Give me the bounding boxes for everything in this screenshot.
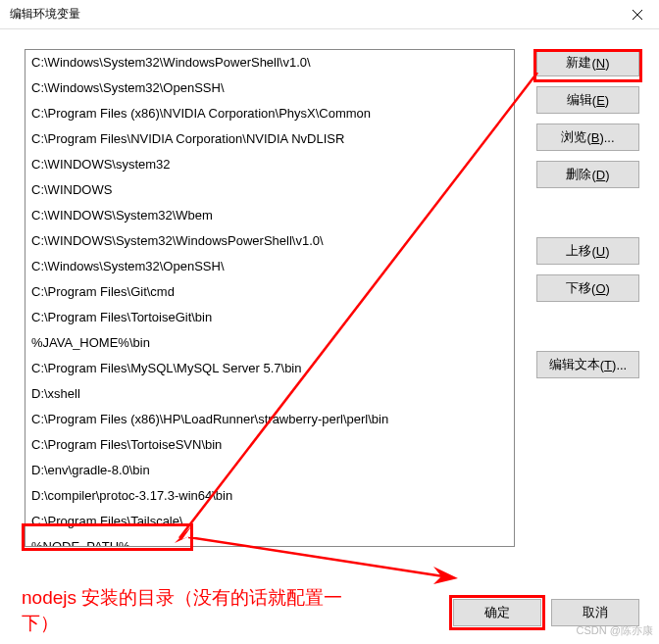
close-button[interactable] — [615, 0, 659, 29]
path-entry[interactable]: C:\Program Files (x86)\HP\LoadRunner\str… — [25, 407, 514, 432]
path-entry[interactable]: C:\Program Files\Tailscale\ — [25, 509, 514, 534]
path-entry[interactable]: C:\Program Files (x86)\NVIDIA Corporatio… — [25, 101, 514, 126]
ok-button[interactable]: 确定 — [453, 599, 541, 626]
path-entry[interactable]: C:\WINDOWS — [25, 177, 514, 203]
path-entry[interactable]: C:\WINDOWS\System32\WindowsPowerShell\v1… — [25, 228, 514, 254]
window-title: 编辑环境变量 — [10, 6, 80, 23]
annotation-text: nodejs 安装的目录（没有的话就配置一下） — [22, 585, 355, 636]
path-entry[interactable]: %JAVA_HOME%\bin — [25, 330, 514, 356]
moveup-button[interactable]: 上移(U) — [536, 237, 639, 265]
svg-marker-5 — [433, 567, 458, 584]
path-entry[interactable]: C:\Program Files\TortoiseGit\bin — [25, 305, 514, 330]
close-icon — [633, 10, 642, 20]
edittext-button[interactable]: 编辑文本(T)... — [536, 351, 639, 378]
path-entry[interactable]: C:\Windows\System32\WindowsPowerShell\v1… — [25, 50, 514, 75]
path-entry[interactable]: C:\WINDOWS\system32 — [25, 152, 514, 177]
path-entry[interactable]: C:\Program Files\TortoiseSVN\bin — [25, 432, 514, 458]
sidebar-buttons: 新建(N) 编辑(E) 浏览(B)... 删除(D) 上移(U) 下移(O) 编… — [536, 49, 639, 378]
titlebar: 编辑环境变量 — [0, 0, 659, 29]
path-entry[interactable]: %NODE_PATH% — [25, 534, 514, 547]
watermark: CSDN @陈亦康 — [577, 623, 653, 638]
path-entry[interactable]: D:\compiler\protoc-3.17.3-win64\bin — [25, 483, 514, 509]
path-entry[interactable]: C:\Program Files\MySQL\MySQL Server 5.7\… — [25, 356, 514, 381]
movedown-button[interactable]: 下移(O) — [536, 274, 639, 302]
path-entry[interactable]: C:\Program Files\NVIDIA Corporation\NVID… — [25, 126, 514, 152]
path-entry[interactable]: D:\xshell — [25, 381, 514, 407]
edit-button[interactable]: 编辑(E) — [536, 86, 639, 114]
browse-button[interactable]: 浏览(B)... — [536, 124, 639, 151]
path-listbox[interactable]: C:\Windows\System32\WindowsPowerShell\v1… — [25, 49, 515, 547]
new-button[interactable]: 新建(N) — [536, 49, 639, 76]
path-entry[interactable]: C:\WINDOWS\System32\Wbem — [25, 203, 514, 228]
path-entry[interactable]: C:\Windows\System32\OpenSSH\ — [25, 75, 514, 101]
path-entry[interactable]: D:\env\gradle-8.0\bin — [25, 458, 514, 483]
dialog-buttons: 确定 取消 — [453, 599, 639, 626]
path-entry[interactable]: C:\Windows\System32\OpenSSH\ — [25, 254, 514, 279]
path-entry[interactable]: C:\Program Files\Git\cmd — [25, 279, 514, 305]
delete-button[interactable]: 删除(D) — [536, 161, 639, 188]
cancel-button[interactable]: 取消 — [551, 599, 639, 626]
